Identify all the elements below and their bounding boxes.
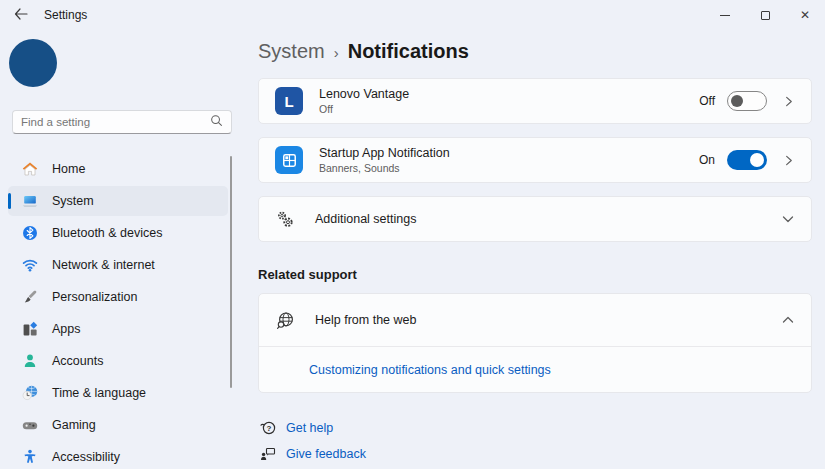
toggle-label: Off — [699, 94, 715, 108]
sidebar-item-network-internet[interactable]: Network & internet — [8, 250, 228, 280]
apps-icon — [22, 321, 38, 337]
bluetooth-icon — [22, 225, 38, 241]
chevron-down-icon — [781, 212, 795, 226]
chevron-up-icon — [781, 313, 795, 327]
back-button[interactable] — [6, 4, 36, 26]
close-button[interactable]: ✕ — [785, 0, 825, 30]
sidebar-item-label: Accessibility — [52, 450, 120, 464]
sidebar-item-label: Apps — [52, 322, 81, 336]
sidebar: Home System Bluetooth & devices Network … — [0, 30, 245, 469]
startup-app-notification-toggle[interactable] — [727, 150, 767, 170]
gaming-icon — [22, 417, 38, 433]
feedback-icon — [260, 446, 276, 462]
related-support-heading: Related support — [258, 267, 357, 282]
accounts-icon — [22, 353, 38, 369]
sidebar-scrollbar[interactable] — [230, 156, 232, 388]
chevron-right-icon — [781, 94, 795, 108]
sidebar-item-label: Home — [52, 162, 85, 176]
breadcrumb: System › Notifications — [258, 40, 469, 63]
sidebar-item-label: System — [52, 194, 94, 208]
footer-link-label: Get help — [286, 421, 333, 435]
card-title: Lenovo Vantage — [319, 87, 699, 101]
sidebar-item-personalization[interactable]: Personalization — [8, 282, 228, 312]
sidebar-item-label: Bluetooth & devices — [52, 226, 163, 240]
system-icon — [22, 193, 38, 209]
search-box[interactable] — [12, 110, 232, 134]
svg-text:?: ? — [267, 424, 272, 433]
toggle-knob — [731, 95, 743, 107]
toggle-knob — [750, 153, 764, 167]
help-from-web-header[interactable]: Help from the web — [259, 294, 811, 346]
sidebar-item-label: Accounts — [52, 354, 103, 368]
sidebar-item-label: Network & internet — [52, 258, 155, 272]
card-subtitle: Off — [319, 103, 699, 115]
card-subtitle: Banners, Sounds — [319, 162, 699, 174]
setting-card-lenovo-vantage[interactable]: L Lenovo Vantage Off Off — [258, 78, 812, 124]
footer-link-label: Give feedback — [286, 447, 366, 461]
customizing-notifications-link[interactable]: Customizing notifications and quick sett… — [309, 363, 551, 377]
startup-app-icon — [275, 146, 303, 174]
breadcrumb-separator-icon: › — [334, 43, 339, 61]
back-arrow-icon — [14, 6, 28, 24]
get-help-link[interactable]: ? Get help — [260, 420, 333, 436]
sidebar-item-system[interactable]: System — [8, 186, 228, 216]
get-help-icon: ? — [260, 420, 276, 436]
globe-search-icon — [275, 310, 295, 330]
chevron-right-icon — [781, 153, 795, 167]
card-title: Help from the web — [315, 313, 781, 327]
maximize-button[interactable] — [745, 0, 785, 30]
sidebar-item-home[interactable]: Home — [8, 154, 228, 184]
sidebar-item-accessibility[interactable]: Accessibility — [8, 442, 228, 469]
card-title: Startup App Notification — [319, 146, 699, 160]
sidebar-item-label: Personalization — [52, 290, 137, 304]
personalization-icon — [22, 289, 38, 305]
sidebar-item-label: Gaming — [52, 418, 96, 432]
search-input[interactable] — [21, 116, 210, 128]
sidebar-item-apps[interactable]: Apps — [8, 314, 228, 344]
window-controls: ✕ — [705, 0, 825, 30]
avatar[interactable] — [9, 39, 57, 87]
home-icon — [22, 161, 38, 177]
main-content: System › Notifications L Lenovo Vantage … — [258, 30, 812, 469]
gears-icon — [275, 209, 295, 229]
close-icon: ✕ — [800, 9, 810, 21]
accessibility-icon — [22, 449, 38, 465]
title-bar: Settings ✕ — [0, 0, 825, 30]
sidebar-nav: Home System Bluetooth & devices Network … — [8, 154, 228, 469]
sidebar-item-gaming[interactable]: Gaming — [8, 410, 228, 440]
maximize-icon — [761, 11, 770, 20]
minimize-icon — [720, 15, 730, 16]
sidebar-item-label: Time & language — [52, 386, 146, 400]
lenovo-vantage-toggle[interactable] — [727, 91, 767, 111]
minimize-button[interactable] — [705, 0, 745, 30]
sidebar-item-accounts[interactable]: Accounts — [8, 346, 228, 376]
card-title: Additional settings — [315, 212, 781, 226]
app-title: Settings — [44, 8, 87, 22]
sidebar-item-time-language[interactable]: Time & language — [8, 378, 228, 408]
page-title: Notifications — [348, 40, 469, 63]
setting-card-startup-app-notification[interactable]: Startup App Notification Banners, Sounds… — [258, 137, 812, 183]
search-icon — [210, 113, 223, 131]
time-language-icon — [22, 385, 38, 401]
lenovo-icon-letter: L — [284, 93, 293, 110]
sidebar-item-bluetooth-devices[interactable]: Bluetooth & devices — [8, 218, 228, 248]
give-feedback-link[interactable]: Give feedback — [260, 446, 366, 462]
network-icon — [22, 257, 38, 273]
setting-card-additional-settings[interactable]: Additional settings — [258, 196, 812, 242]
settings-window: Settings ✕ Home — [0, 0, 825, 469]
breadcrumb-parent[interactable]: System — [258, 40, 325, 63]
help-from-web-card: Help from the web Customizing notificati… — [258, 293, 812, 393]
toggle-label: On — [699, 153, 715, 167]
lenovo-vantage-icon: L — [275, 87, 303, 115]
